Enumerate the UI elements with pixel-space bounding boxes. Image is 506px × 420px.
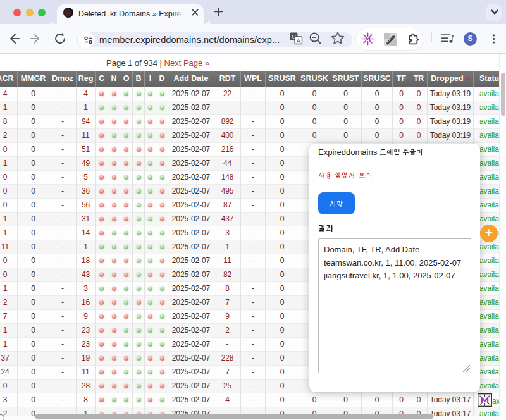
svg-text:A: A: [297, 37, 301, 44]
